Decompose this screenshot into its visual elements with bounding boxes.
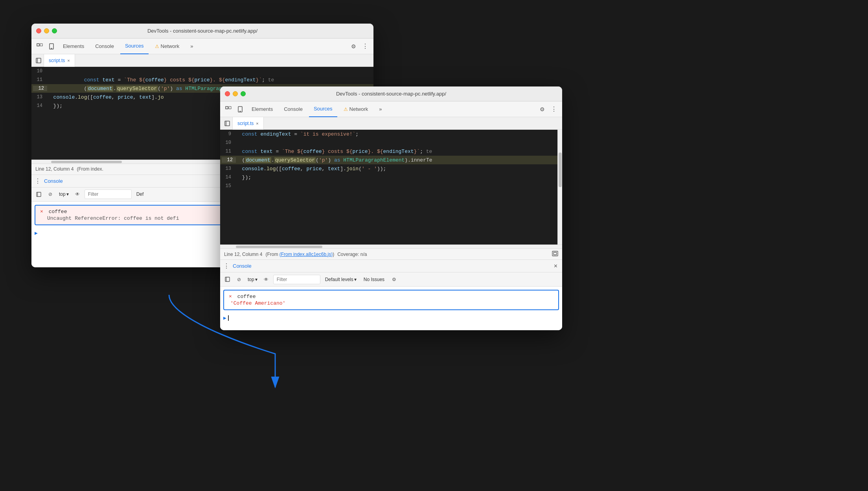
scrollbar-thumb-h-front[interactable] — [236, 246, 322, 248]
eye-btn-front[interactable]: 👁 — [261, 275, 271, 284]
file-tab-close-front[interactable]: × — [256, 121, 258, 126]
filter-input-front[interactable] — [273, 275, 320, 284]
minimize-button-front[interactable] — [233, 91, 238, 96]
cursor-position-back: Line 12, Column 4 — [35, 166, 74, 172]
settings-icon-front[interactable]: ⚙ — [537, 104, 547, 114]
top-selector-front[interactable]: top ▾ — [246, 276, 259, 283]
code-line-13-front: 13 console.log([coffee, price, text].joi… — [220, 164, 557, 173]
code-line-9-front: 9 const endingText = `it is expensive!`; — [220, 130, 557, 138]
sidebar-btn-back[interactable] — [34, 189, 43, 199]
code-line-14-front: 14 }); — [220, 173, 557, 182]
code-area-front: 9 const endingText = `it is expensive!`;… — [220, 130, 562, 245]
file-tab-label-front: script.ts — [237, 121, 254, 126]
console-title-back: Console — [44, 178, 63, 184]
maximize-button-back[interactable] — [52, 28, 57, 33]
inspect-icon-front[interactable] — [223, 104, 234, 114]
code-line-10-front: 10 — [220, 138, 557, 147]
filter-input-back[interactable] — [85, 189, 132, 199]
error-label-back: coffee — [49, 209, 67, 215]
sidebar-toggle-front[interactable] — [222, 117, 233, 130]
toolbar-right-back: ⚙ ⋮ — [348, 41, 370, 51]
device-icon[interactable] — [46, 41, 57, 51]
tab-elements-front[interactable]: Elements — [247, 101, 278, 117]
scrollbar-v-front[interactable] — [557, 130, 562, 245]
prompt-icon-back: ▶ — [35, 230, 38, 236]
status-bar-front: Line 12, Column 4 (From (From index.a8c1… — [220, 248, 562, 259]
tab-sources-front[interactable]: Sources — [309, 101, 337, 117]
svg-rect-14 — [552, 251, 558, 256]
file-tab-close[interactable]: × — [67, 58, 70, 63]
no-issues-label: No Issues — [361, 276, 387, 283]
eye-btn-back[interactable]: 👁 — [73, 189, 82, 199]
close-button-back[interactable] — [36, 28, 41, 33]
source-link-front[interactable]: (From index.a8c1ec6b.js) — [280, 252, 333, 257]
devtools-body-front: Elements Console Sources ⚠ Network » ⚙ ⋮ — [220, 101, 562, 330]
code-line-11-front: 11 const text = `The ${coffee} costs ${p… — [220, 147, 557, 156]
sidebar-btn-front[interactable] — [223, 275, 232, 284]
scrollbar-v-thumb-front[interactable] — [559, 153, 562, 187]
file-tab-script[interactable]: script.ts × — [44, 54, 75, 67]
file-tab-script-front[interactable]: script.ts × — [233, 117, 264, 130]
scrollbar-h-front[interactable] — [220, 245, 562, 248]
clear-btn-front[interactable]: ⊘ — [234, 275, 244, 284]
svg-rect-16 — [225, 277, 230, 281]
inspect-icon[interactable] — [35, 41, 45, 51]
cursor-position-front: Line 12, Column 4 — [224, 252, 262, 257]
tab-more[interactable]: » — [186, 39, 198, 54]
toolbar-front: Elements Console Sources ⚠ Network » ⚙ ⋮ — [220, 101, 562, 117]
file-tab-label: script.ts — [49, 58, 65, 63]
title-bar-front: DevTools - consistent-source-map-pc.netl… — [220, 86, 562, 101]
device-icon-front[interactable] — [235, 104, 245, 114]
console-area-front: ⋮ Console × ⊘ top ▾ 👁 — [220, 259, 562, 330]
maximize-button-front[interactable] — [241, 91, 246, 96]
code-line-12-front: 12 (document.querySelector('p') as HTMLP… — [220, 156, 557, 164]
file-tab-bar-back: script.ts × — [31, 54, 373, 67]
more-menu-icon-front[interactable]: ⋮ — [549, 104, 559, 114]
screenshot-icon-front[interactable] — [552, 250, 558, 258]
source-from-front: (From (From index.a8c1ec6b.js)) — [265, 252, 334, 257]
settings-console-btn[interactable]: ⚙ — [389, 275, 399, 284]
tab-console[interactable]: Console — [90, 39, 119, 54]
tab-network-front[interactable]: ⚠ Network — [339, 101, 373, 117]
svg-rect-8 — [226, 107, 228, 109]
tab-network[interactable]: ⚠ Network — [150, 39, 184, 54]
svg-rect-1 — [40, 44, 42, 46]
scrollbar-thumb-h-back[interactable] — [51, 161, 122, 163]
success-label-row-front: × coffee — [229, 294, 554, 300]
code-line-15-front: 15 — [220, 182, 557, 190]
default-levels-back[interactable]: Def — [134, 191, 146, 198]
success-value-front: 'Coffee Americano' — [230, 300, 285, 306]
settings-icon[interactable]: ⚙ — [348, 41, 359, 51]
svg-rect-0 — [37, 44, 39, 46]
svg-rect-6 — [37, 192, 41, 197]
window-title-back: DevTools - consistent-source-map-pc.netl… — [147, 28, 257, 34]
tab-elements[interactable]: Elements — [58, 39, 89, 54]
dots-icon-back: ⋮ — [35, 177, 41, 185]
sidebar-toggle-back[interactable] — [33, 54, 44, 67]
toolbar-back: Elements Console Sources ⚠ Network » ⚙ ⋮ — [31, 39, 373, 54]
source-from-back: (From index. — [77, 166, 103, 172]
default-levels-front[interactable]: Default levels ▾ — [323, 276, 359, 283]
more-menu-icon[interactable]: ⋮ — [360, 41, 370, 51]
window-title-front: DevTools - consistent-source-map-pc.netl… — [336, 91, 446, 97]
minimize-button-back[interactable] — [44, 28, 49, 33]
console-header-front: ⋮ Console × — [220, 260, 562, 272]
success-value-row: 'Coffee Americano' — [230, 300, 554, 306]
traffic-lights-front — [225, 91, 246, 96]
console-title-front: Console — [233, 263, 252, 269]
close-console-btn[interactable]: × — [552, 263, 559, 270]
cursor-front — [228, 315, 229, 321]
warning-icon: ⚠ — [155, 44, 159, 49]
top-selector-back[interactable]: top ▾ — [57, 191, 70, 198]
tab-console-front[interactable]: Console — [279, 101, 307, 117]
traffic-lights-back — [36, 28, 57, 33]
success-x-icon: × — [229, 294, 232, 300]
clear-btn-back[interactable]: ⊘ — [46, 189, 55, 199]
close-button-front[interactable] — [225, 91, 230, 96]
tab-sources[interactable]: Sources — [120, 39, 149, 54]
chevron-down-icon-back: ▾ — [66, 191, 69, 197]
devtools-window-front: DevTools - consistent-source-map-pc.netl… — [220, 86, 562, 330]
svg-rect-9 — [229, 107, 231, 109]
tab-more-front[interactable]: » — [374, 101, 386, 117]
toolbar-right-front: ⚙ ⋮ — [537, 104, 559, 114]
